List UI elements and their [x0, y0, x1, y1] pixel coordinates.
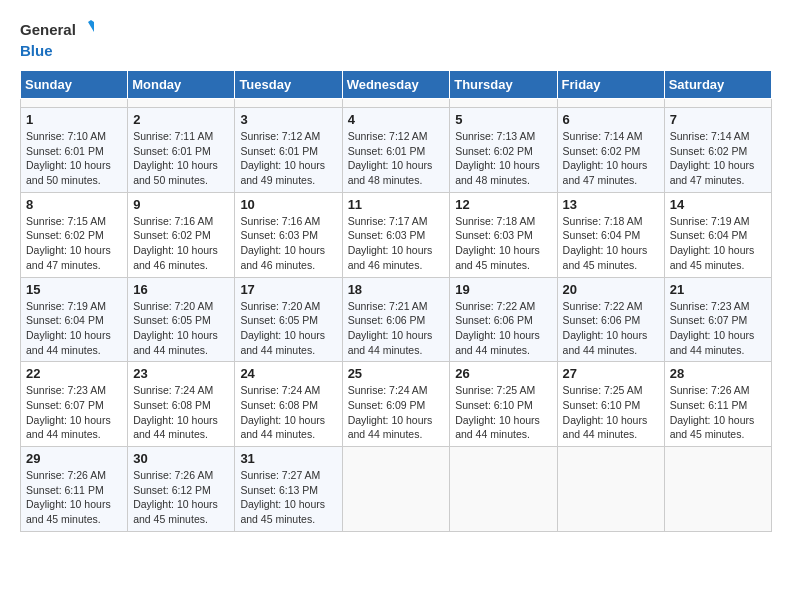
calendar-cell: 22Sunrise: 7:23 AM Sunset: 6:07 PM Dayli…: [21, 362, 128, 447]
calendar-cell: 30Sunrise: 7:26 AM Sunset: 6:12 PM Dayli…: [128, 447, 235, 532]
calendar-cell: [450, 447, 557, 532]
calendar-week-row: 22Sunrise: 7:23 AM Sunset: 6:07 PM Dayli…: [21, 362, 772, 447]
day-info: Sunrise: 7:19 AM Sunset: 6:04 PM Dayligh…: [26, 299, 122, 358]
page-header: General Blue: [20, 20, 772, 60]
calendar-cell: 4Sunrise: 7:12 AM Sunset: 6:01 PM Daylig…: [342, 108, 450, 193]
day-info: Sunrise: 7:23 AM Sunset: 6:07 PM Dayligh…: [26, 383, 122, 442]
calendar-cell: 14Sunrise: 7:19 AM Sunset: 6:04 PM Dayli…: [664, 192, 771, 277]
calendar-cell: 23Sunrise: 7:24 AM Sunset: 6:08 PM Dayli…: [128, 362, 235, 447]
calendar-cell: [235, 99, 342, 108]
day-number: 17: [240, 282, 336, 297]
calendar-cell: 31Sunrise: 7:27 AM Sunset: 6:13 PM Dayli…: [235, 447, 342, 532]
calendar-week-row: 29Sunrise: 7:26 AM Sunset: 6:11 PM Dayli…: [21, 447, 772, 532]
calendar-cell: [664, 99, 771, 108]
day-number: 19: [455, 282, 551, 297]
calendar-cell: [664, 447, 771, 532]
day-info: Sunrise: 7:17 AM Sunset: 6:03 PM Dayligh…: [348, 214, 445, 273]
day-of-week-header: Tuesday: [235, 71, 342, 99]
day-info: Sunrise: 7:15 AM Sunset: 6:02 PM Dayligh…: [26, 214, 122, 273]
day-info: Sunrise: 7:25 AM Sunset: 6:10 PM Dayligh…: [563, 383, 659, 442]
calendar-cell: 1Sunrise: 7:10 AM Sunset: 6:01 PM Daylig…: [21, 108, 128, 193]
calendar-cell: 28Sunrise: 7:26 AM Sunset: 6:11 PM Dayli…: [664, 362, 771, 447]
calendar-cell: [342, 447, 450, 532]
day-number: 5: [455, 112, 551, 127]
day-number: 13: [563, 197, 659, 212]
calendar-cell: 18Sunrise: 7:21 AM Sunset: 6:06 PM Dayli…: [342, 277, 450, 362]
calendar-cell: 16Sunrise: 7:20 AM Sunset: 6:05 PM Dayli…: [128, 277, 235, 362]
calendar-cell: [342, 99, 450, 108]
calendar-cell: 21Sunrise: 7:23 AM Sunset: 6:07 PM Dayli…: [664, 277, 771, 362]
day-of-week-header: Monday: [128, 71, 235, 99]
day-number: 7: [670, 112, 766, 127]
logo-general: General: [20, 21, 76, 38]
day-number: 9: [133, 197, 229, 212]
day-info: Sunrise: 7:22 AM Sunset: 6:06 PM Dayligh…: [455, 299, 551, 358]
calendar-cell: [450, 99, 557, 108]
calendar-cell: 27Sunrise: 7:25 AM Sunset: 6:10 PM Dayli…: [557, 362, 664, 447]
calendar-week-row: 1Sunrise: 7:10 AM Sunset: 6:01 PM Daylig…: [21, 108, 772, 193]
calendar-week-row: 15Sunrise: 7:19 AM Sunset: 6:04 PM Dayli…: [21, 277, 772, 362]
day-of-week-header: Sunday: [21, 71, 128, 99]
day-info: Sunrise: 7:16 AM Sunset: 6:03 PM Dayligh…: [240, 214, 336, 273]
calendar-cell: 7Sunrise: 7:14 AM Sunset: 6:02 PM Daylig…: [664, 108, 771, 193]
day-number: 12: [455, 197, 551, 212]
day-info: Sunrise: 7:18 AM Sunset: 6:04 PM Dayligh…: [563, 214, 659, 273]
day-number: 24: [240, 366, 336, 381]
day-info: Sunrise: 7:14 AM Sunset: 6:02 PM Dayligh…: [563, 129, 659, 188]
svg-marker-1: [88, 22, 94, 32]
day-number: 28: [670, 366, 766, 381]
calendar-cell: 12Sunrise: 7:18 AM Sunset: 6:03 PM Dayli…: [450, 192, 557, 277]
calendar-cell: 3Sunrise: 7:12 AM Sunset: 6:01 PM Daylig…: [235, 108, 342, 193]
day-info: Sunrise: 7:19 AM Sunset: 6:04 PM Dayligh…: [670, 214, 766, 273]
day-number: 10: [240, 197, 336, 212]
day-info: Sunrise: 7:24 AM Sunset: 6:08 PM Dayligh…: [133, 383, 229, 442]
calendar-cell: 9Sunrise: 7:16 AM Sunset: 6:02 PM Daylig…: [128, 192, 235, 277]
calendar-week-row: 8Sunrise: 7:15 AM Sunset: 6:02 PM Daylig…: [21, 192, 772, 277]
day-number: 15: [26, 282, 122, 297]
day-number: 23: [133, 366, 229, 381]
day-of-week-header: Saturday: [664, 71, 771, 99]
calendar-cell: [128, 99, 235, 108]
day-number: 31: [240, 451, 336, 466]
day-info: Sunrise: 7:11 AM Sunset: 6:01 PM Dayligh…: [133, 129, 229, 188]
calendar-cell: 25Sunrise: 7:24 AM Sunset: 6:09 PM Dayli…: [342, 362, 450, 447]
logo: General Blue: [20, 20, 98, 60]
calendar-cell: [557, 447, 664, 532]
day-info: Sunrise: 7:23 AM Sunset: 6:07 PM Dayligh…: [670, 299, 766, 358]
day-info: Sunrise: 7:21 AM Sunset: 6:06 PM Dayligh…: [348, 299, 445, 358]
day-number: 2: [133, 112, 229, 127]
day-info: Sunrise: 7:26 AM Sunset: 6:11 PM Dayligh…: [26, 468, 122, 527]
calendar-cell: 13Sunrise: 7:18 AM Sunset: 6:04 PM Dayli…: [557, 192, 664, 277]
day-of-week-header: Thursday: [450, 71, 557, 99]
logo-triangle-icon: [78, 20, 96, 42]
calendar-cell: 17Sunrise: 7:20 AM Sunset: 6:05 PM Dayli…: [235, 277, 342, 362]
svg-marker-2: [88, 20, 94, 22]
day-number: 21: [670, 282, 766, 297]
calendar-cell: 6Sunrise: 7:14 AM Sunset: 6:02 PM Daylig…: [557, 108, 664, 193]
day-number: 14: [670, 197, 766, 212]
day-number: 18: [348, 282, 445, 297]
day-number: 30: [133, 451, 229, 466]
logo-wordmark: General Blue: [20, 20, 98, 60]
calendar-cell: 26Sunrise: 7:25 AM Sunset: 6:10 PM Dayli…: [450, 362, 557, 447]
day-number: 29: [26, 451, 122, 466]
day-of-week-header: Friday: [557, 71, 664, 99]
day-number: 16: [133, 282, 229, 297]
calendar-cell: 29Sunrise: 7:26 AM Sunset: 6:11 PM Dayli…: [21, 447, 128, 532]
day-info: Sunrise: 7:25 AM Sunset: 6:10 PM Dayligh…: [455, 383, 551, 442]
day-number: 25: [348, 366, 445, 381]
calendar-cell: 15Sunrise: 7:19 AM Sunset: 6:04 PM Dayli…: [21, 277, 128, 362]
day-number: 22: [26, 366, 122, 381]
calendar-cell: 11Sunrise: 7:17 AM Sunset: 6:03 PM Dayli…: [342, 192, 450, 277]
calendar-cell: 8Sunrise: 7:15 AM Sunset: 6:02 PM Daylig…: [21, 192, 128, 277]
calendar-cell: [21, 99, 128, 108]
day-info: Sunrise: 7:24 AM Sunset: 6:09 PM Dayligh…: [348, 383, 445, 442]
day-info: Sunrise: 7:12 AM Sunset: 6:01 PM Dayligh…: [348, 129, 445, 188]
day-number: 20: [563, 282, 659, 297]
day-number: 11: [348, 197, 445, 212]
day-info: Sunrise: 7:27 AM Sunset: 6:13 PM Dayligh…: [240, 468, 336, 527]
day-info: Sunrise: 7:24 AM Sunset: 6:08 PM Dayligh…: [240, 383, 336, 442]
calendar-cell: 2Sunrise: 7:11 AM Sunset: 6:01 PM Daylig…: [128, 108, 235, 193]
day-info: Sunrise: 7:26 AM Sunset: 6:12 PM Dayligh…: [133, 468, 229, 527]
day-info: Sunrise: 7:20 AM Sunset: 6:05 PM Dayligh…: [133, 299, 229, 358]
